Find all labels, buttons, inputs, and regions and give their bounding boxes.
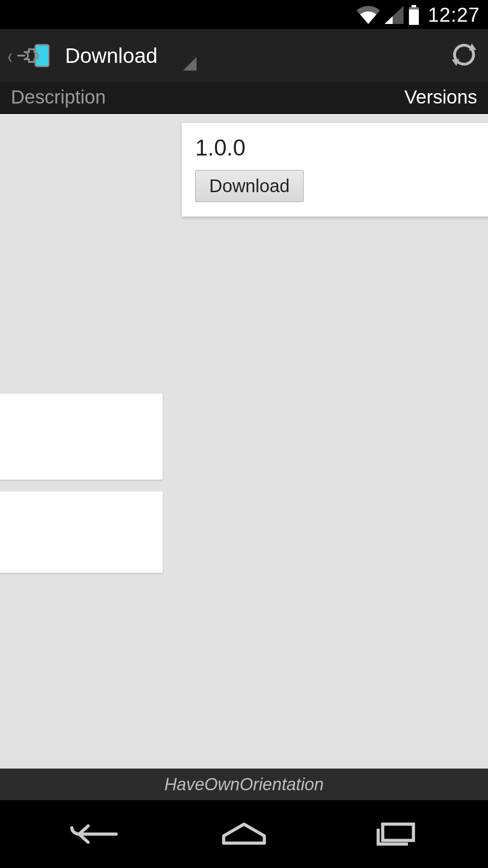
wifi-icon xyxy=(357,6,380,24)
link-text-1: com/ xyxy=(0,424,149,449)
cell-signal-icon xyxy=(385,6,404,24)
download-button[interactable]: Download xyxy=(195,170,304,202)
nav-home-button[interactable] xyxy=(208,816,280,852)
status-clock: 12:27 xyxy=(428,4,480,26)
back-icon xyxy=(66,821,121,848)
module-name-footer: HaveOwnOrientation xyxy=(0,769,488,800)
description-text-2: . Enable it in Xposed - xyxy=(0,301,163,326)
tab-bar: Description Versions xyxy=(0,81,488,114)
recents-icon xyxy=(372,821,417,848)
tab-description[interactable]: Description xyxy=(2,82,115,113)
tab-versions[interactable]: Versions xyxy=(395,82,486,113)
home-icon xyxy=(219,821,269,848)
refresh-icon xyxy=(451,42,477,68)
nav-recents-button[interactable] xyxy=(358,816,431,852)
status-bar: 12:27 xyxy=(0,0,488,29)
description-panel[interactable]: on nt screen orientation? Try . Enable i… xyxy=(0,123,163,585)
svg-rect-2 xyxy=(412,5,416,7)
navigation-bar xyxy=(0,800,488,868)
battery-icon xyxy=(408,5,420,25)
svg-rect-3 xyxy=(409,7,419,25)
link-card-2[interactable]: ule/ ation xyxy=(0,491,163,573)
nav-back-button[interactable] xyxy=(57,816,130,852)
version-number: 1.0.0 xyxy=(195,135,479,161)
actionbar-spinner[interactable]: Download xyxy=(65,41,197,71)
back-chevron-icon[interactable]: ‹ xyxy=(8,43,12,68)
refresh-button[interactable] xyxy=(446,37,482,74)
actionbar-title: Download xyxy=(65,43,158,68)
version-card: 1.0.0 Download xyxy=(182,123,488,217)
description-text-1: nt screen orientation? Try xyxy=(0,235,163,260)
link-card-1[interactable]: com/ xyxy=(0,394,163,480)
module-title-fragment: on xyxy=(0,123,163,153)
svg-rect-9 xyxy=(383,824,413,840)
spinner-triangle-icon xyxy=(183,57,197,71)
svg-marker-0 xyxy=(385,6,404,24)
content-area: on nt screen orientation? Try . Enable i… xyxy=(0,114,488,769)
action-bar: ‹ Download xyxy=(0,29,488,81)
link-text-2a: ule/ xyxy=(0,507,149,532)
svg-rect-4 xyxy=(409,7,419,9)
app-icon[interactable] xyxy=(16,40,52,71)
link-text-2b: ation xyxy=(0,532,149,557)
